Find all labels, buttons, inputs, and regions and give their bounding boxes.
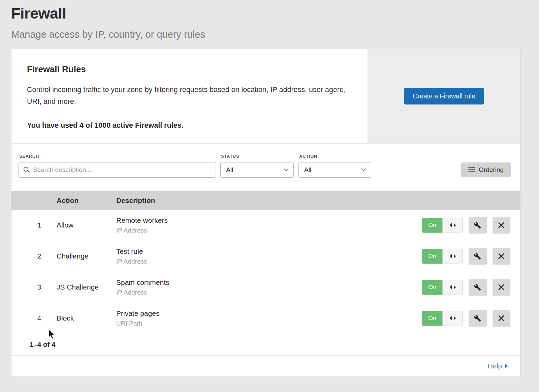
- wrench-icon: [474, 222, 481, 229]
- delete-rule-button[interactable]: [493, 248, 510, 265]
- status-select-value: All: [226, 166, 233, 174]
- rule-controls: On: [422, 279, 520, 296]
- intro-description: Control incoming traffic to your zone by…: [27, 84, 347, 108]
- search-label: SEARCH: [19, 154, 216, 159]
- rule-action: Challenge: [57, 252, 116, 260]
- table-row: 3 JS Challenge Spam comments IP Address …: [11, 272, 520, 303]
- x-icon: [498, 222, 504, 228]
- caret-right-icon: [505, 364, 508, 368]
- rule-enabled-toggle[interactable]: On: [422, 280, 463, 295]
- chevron-down-icon: [361, 168, 366, 171]
- rule-description-title: Test rule: [116, 247, 422, 255]
- action-select[interactable]: All: [298, 162, 371, 178]
- ordering-button[interactable]: Ordering: [461, 162, 511, 177]
- search-filter-group: SEARCH: [19, 154, 216, 178]
- rule-index: 1: [11, 221, 57, 229]
- x-icon: [498, 315, 504, 321]
- action-select-value: All: [304, 166, 311, 174]
- help-link-label: Help: [488, 362, 502, 370]
- left-right-arrows-icon: [442, 249, 463, 264]
- x-icon: [498, 253, 504, 259]
- rule-match-type: IP Address: [116, 227, 422, 234]
- rules-table-body: 1 Allow Remote workers IP Address On: [11, 210, 520, 334]
- page-title: Firewall: [11, 5, 539, 22]
- table-row: 2 Challenge Test rule IP Address On: [11, 241, 520, 272]
- rules-table-header: Action Description: [11, 191, 520, 210]
- rule-description: Private pages URI Path: [116, 309, 422, 327]
- delete-rule-button[interactable]: [493, 217, 510, 234]
- page-header: Firewall Manage access by IP, country, o…: [0, 0, 539, 40]
- wrench-icon: [474, 315, 481, 322]
- rule-action: Block: [57, 314, 116, 322]
- search-input[interactable]: [19, 162, 216, 178]
- edit-rule-button[interactable]: [469, 248, 486, 265]
- rule-index: 4: [11, 314, 57, 322]
- toggle-state-label: On: [422, 249, 442, 264]
- create-firewall-rule-button[interactable]: Create a Firewall rule: [404, 88, 484, 104]
- rule-description: Spam comments IP Address: [116, 278, 422, 296]
- status-label: STATUS: [221, 154, 294, 159]
- intro-heading: Firewall Rules: [27, 64, 347, 74]
- rule-controls: On: [422, 217, 520, 234]
- x-icon: [498, 284, 504, 290]
- rule-description-title: Remote workers: [116, 216, 422, 224]
- status-select[interactable]: All: [220, 162, 294, 178]
- rules-usage-text: You have used 4 of 1000 active Firewall …: [27, 121, 347, 130]
- column-header-action: Action: [57, 197, 116, 205]
- left-right-arrows-icon: [442, 280, 463, 295]
- rule-controls: On: [422, 248, 520, 265]
- rule-match-type: IP Address: [116, 289, 422, 296]
- toggle-state-label: On: [422, 311, 442, 326]
- delete-rule-button[interactable]: [493, 279, 510, 296]
- rule-description: Remote workers IP Address: [116, 216, 422, 234]
- rule-enabled-toggle[interactable]: On: [422, 218, 463, 233]
- ordering-button-label: Ordering: [479, 166, 504, 174]
- rule-enabled-toggle[interactable]: On: [422, 249, 463, 264]
- intro-section: Firewall Rules Control incoming traffic …: [11, 49, 520, 144]
- filters-bar: SEARCH STATUS All ACTION All: [11, 144, 520, 191]
- rule-description-title: Private pages: [116, 309, 422, 318]
- chevron-down-icon: [284, 168, 289, 171]
- table-row: 1 Allow Remote workers IP Address On: [11, 210, 520, 241]
- search-icon: [23, 166, 30, 173]
- rule-index: 3: [11, 283, 57, 291]
- status-filter-group: STATUS All: [220, 154, 294, 178]
- toggle-state-label: On: [422, 280, 442, 295]
- rule-match-type: URI Path: [116, 320, 422, 327]
- table-row: 4 Block Private pages URI Path On: [11, 303, 520, 334]
- toggle-state-label: On: [422, 218, 442, 233]
- rule-enabled-toggle[interactable]: On: [422, 311, 463, 326]
- help-bar: Help: [11, 356, 520, 376]
- ordered-list-icon: [468, 167, 475, 173]
- rule-description-title: Spam comments: [116, 278, 422, 287]
- edit-rule-button[interactable]: [469, 310, 486, 327]
- create-rule-panel: Create a Firewall rule: [368, 49, 520, 143]
- intro-text-panel: Firewall Rules Control incoming traffic …: [11, 49, 368, 143]
- action-filter-group: ACTION All: [298, 154, 371, 178]
- column-header-description: Description: [116, 197, 422, 205]
- rule-index: 2: [11, 252, 57, 260]
- left-right-arrows-icon: [442, 311, 463, 326]
- edit-rule-button[interactable]: [469, 279, 486, 296]
- rule-match-type: IP Address: [116, 258, 422, 265]
- left-right-arrows-icon: [442, 218, 463, 233]
- firewall-card: Firewall Rules Control incoming traffic …: [11, 49, 520, 377]
- rule-action: JS Challenge: [57, 283, 116, 291]
- wrench-icon: [474, 284, 481, 291]
- delete-rule-button[interactable]: [493, 310, 510, 327]
- rule-action: Allow: [57, 221, 116, 229]
- rule-controls: On: [422, 310, 520, 327]
- page-subtitle: Manage access by IP, country, or query r…: [11, 29, 539, 40]
- rule-description: Test rule IP Address: [116, 247, 422, 265]
- action-label: ACTION: [299, 154, 371, 159]
- wrench-icon: [474, 253, 481, 260]
- help-link[interactable]: Help: [488, 362, 508, 370]
- pagination-summary: 1–4 of 4: [11, 334, 520, 356]
- edit-rule-button[interactable]: [469, 217, 486, 234]
